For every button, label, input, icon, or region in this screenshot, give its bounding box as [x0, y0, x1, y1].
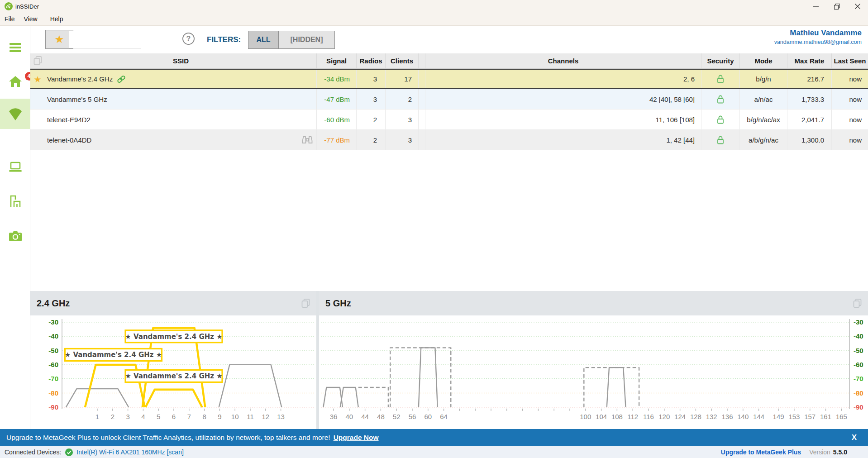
table-body: ★Vandamme's 2.4 GHz-34 dBm3172, 6b/g/n21…	[30, 69, 868, 150]
x-tick-label: 44	[361, 413, 369, 420]
y-tick-label: -80	[854, 389, 863, 397]
help-button[interactable]: ?	[182, 33, 195, 45]
x-tick-label: 153	[788, 413, 800, 420]
column-header-lastseen[interactable]: Last Seen	[832, 53, 868, 68]
column-header-ssid[interactable]: SSID	[45, 53, 317, 68]
x-tick-label: 5	[157, 413, 160, 420]
copy-chart-button[interactable]	[853, 299, 862, 308]
ssid-callout-text: ★ Vandamme's 2.4 GHz ★	[125, 372, 222, 380]
sidebar-item-screenshot[interactable]	[0, 221, 30, 251]
close-button[interactable]	[847, 0, 868, 13]
chart-header-5ghz: 5 GHz	[319, 291, 868, 315]
question-mark-icon: ?	[186, 35, 191, 43]
radios-cell: 3	[357, 70, 386, 88]
search-input[interactable]	[69, 31, 157, 48]
chart-header-2-4ghz: 2.4 GHz	[30, 291, 316, 315]
channels-cell: 11, 106 [108]	[425, 110, 701, 129]
network-curve[interactable]	[219, 365, 282, 407]
user-email: vandamme.mathieu98@gmail.com	[774, 39, 862, 45]
table-row[interactable]: telenet-0A4DD-77 dBm231, 42 [44]a/b/g/n/…	[30, 130, 868, 150]
column-header-clients[interactable]: Clients	[386, 53, 419, 68]
radios-cell: 3	[357, 89, 386, 109]
menu-file[interactable]: File	[0, 13, 19, 26]
network-curve[interactable]	[323, 387, 343, 407]
sidebar-item-clients[interactable]	[0, 152, 30, 182]
table-row[interactable]: ★Vandamme's 2.4 GHz-34 dBm3172, 6b/g/n21…	[30, 69, 868, 89]
menu-help[interactable]: Help	[46, 13, 68, 26]
column-header-channels[interactable]: Channels	[425, 53, 701, 68]
x-tick-label: 100	[580, 413, 591, 420]
x-tick-label: 48	[377, 413, 385, 420]
channels-cell: 2, 6	[425, 70, 701, 88]
x-tick-label: 2	[111, 413, 114, 420]
laptop-icon	[9, 162, 22, 172]
network-curve[interactable]	[607, 367, 626, 407]
ssid-label: Vandamme's 2.4 GHz	[47, 75, 113, 83]
ssid-callout-text: ★ Vandamme's 2.4 GHz ★	[125, 333, 222, 341]
ssid-label: telenet-0A4DD	[47, 136, 91, 144]
x-tick-label: 149	[773, 413, 784, 420]
x-tick-label: 6	[172, 413, 176, 420]
sidebar-item-buildings[interactable]	[0, 186, 30, 216]
column-header-radios[interactable]: Radios	[357, 53, 386, 68]
network-curve[interactable]	[584, 367, 639, 407]
x-tick-label: 64	[440, 413, 448, 420]
banner-close-button[interactable]: X	[852, 433, 857, 442]
y-tick-label: -90	[48, 403, 58, 411]
table-row[interactable]: Vandamme's 5 GHz-47 dBm3242 [40], 58 [60…	[30, 89, 868, 110]
hamburger-icon	[10, 41, 21, 54]
adapter-link[interactable]: Intel(R) Wi-Fi 6 AX201 160MHz [scan]	[76, 448, 184, 456]
banner-message: Upgrade to MetaGeek Plus to unlock Clien…	[6, 434, 330, 442]
minimize-button[interactable]	[806, 0, 826, 13]
table-row[interactable]: telenet-E94D2-60 dBm2311, 106 [108]b/g/n…	[30, 110, 868, 130]
upgrade-now-link[interactable]: Upgrade Now	[334, 434, 379, 442]
signal-cell: -47 dBm	[317, 89, 357, 109]
network-curve[interactable]	[145, 390, 202, 407]
network-curve[interactable]	[358, 387, 388, 407]
user-account[interactable]: Mathieu Vandamme vandamme.mathieu98@gmai…	[774, 29, 862, 45]
network-curve[interactable]	[419, 348, 438, 407]
channels-cell: 42 [40], 58 [60]	[425, 89, 701, 109]
filter-hidden-button[interactable]: [HIDDEN]	[278, 31, 335, 49]
security-cell	[701, 70, 740, 88]
ssid-label: Vandamme's 5 GHz	[47, 95, 107, 103]
column-header-signal[interactable]: Signal	[317, 53, 357, 68]
x-tick-label: 136	[721, 413, 733, 420]
maxrate-cell: 1,300.0	[787, 130, 832, 150]
camera-icon	[9, 231, 22, 241]
restore-button[interactable]	[826, 0, 847, 13]
copy-chart-button[interactable]	[301, 299, 310, 308]
lastseen-cell: now	[832, 89, 868, 109]
favorite-cell	[30, 89, 45, 109]
sidebar-item-home[interactable]: 4	[0, 67, 30, 97]
x-tick-label: 124	[674, 413, 686, 420]
user-name: Mathieu Vandamme	[774, 29, 862, 38]
clients-cell: 3	[386, 130, 419, 150]
column-header-security[interactable]: Security	[701, 53, 740, 68]
copy-table-button[interactable]	[30, 53, 45, 68]
column-header-mode[interactable]: Mode	[740, 53, 787, 68]
sidebar-menu-toggle[interactable]	[0, 32, 30, 62]
ssid-cell: telenet-0A4DD	[45, 130, 317, 150]
x-tick-label: 144	[753, 413, 764, 420]
filter-all-button[interactable]: ALL	[248, 31, 279, 49]
y-tick-label: -60	[854, 361, 863, 368]
ssid-cell: Vandamme's 5 GHz	[45, 89, 317, 109]
network-table: SSID Signal Radios Clients Channels Secu…	[30, 53, 868, 150]
sidebar-item-networks[interactable]	[0, 99, 30, 129]
clients-cell: 2	[386, 89, 419, 109]
network-curve[interactable]	[340, 387, 358, 407]
menu-view[interactable]: View	[19, 13, 42, 26]
chart-title-2-4ghz: 2.4 GHz	[37, 298, 301, 309]
column-header-maxrate[interactable]: Max Rate	[787, 53, 832, 68]
x-tick-label: 9	[218, 413, 221, 420]
x-tick-label: 52	[393, 413, 401, 420]
x-tick-label: 120	[658, 413, 670, 420]
window-title: inSSIDer	[15, 3, 39, 10]
network-curve[interactable]	[66, 389, 129, 407]
lastseen-cell: now	[832, 70, 868, 88]
ssid-callout-text: ★ Vandamme's 2.4 GHz ★	[65, 351, 162, 359]
upgrade-metageek-link[interactable]: Upgrade to MetaGeek Plus	[721, 448, 801, 456]
channels-cell: 1, 42 [44]	[425, 130, 701, 150]
app-logo-icon	[5, 2, 13, 10]
